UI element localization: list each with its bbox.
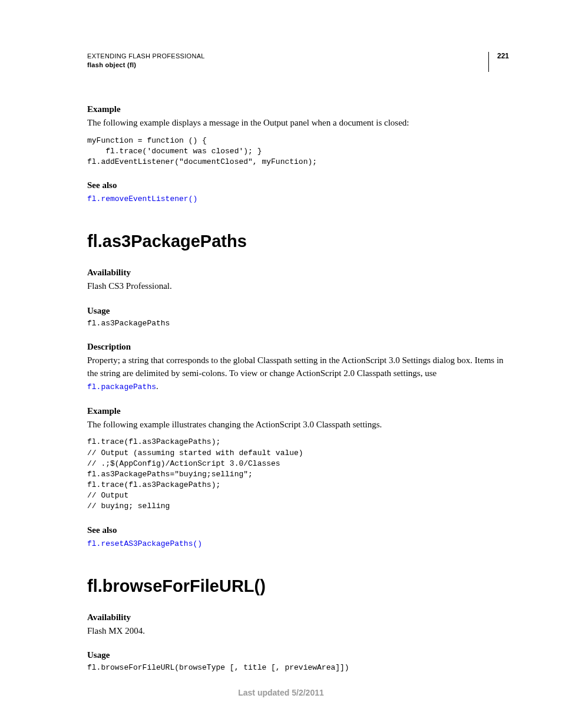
heading-example-2: Example — [87, 406, 509, 416]
heading-example: Example — [87, 104, 509, 114]
heading-description: Description — [87, 342, 509, 352]
example-block-2: Example The following example illustrate… — [87, 406, 509, 512]
footer-updated: Last updated 5/2/2011 — [0, 688, 562, 697]
api-heading-browseforfileurl: fl.browseForFileURL() — [87, 577, 509, 596]
availability-text: Flash CS3 Professional. — [87, 280, 509, 293]
page: EXTENDING FLASH PROFESSIONAL flash objec… — [0, 0, 562, 728]
usage-block: Usage fl.as3PackagePaths — [87, 306, 509, 329]
code-sample-2: fl.trace(fl.as3PackagePaths); // Output … — [87, 437, 509, 512]
page-number: 221 — [488, 52, 509, 72]
usage-block-3: Usage fl.browseForFileURL(browseType [, … — [87, 650, 509, 673]
api-heading-as3packagepaths: fl.as3PackagePaths — [87, 232, 509, 251]
page-header: EXTENDING FLASH PROFESSIONAL flash objec… — [87, 52, 509, 72]
see-also-block: See also fl.removeEventListener() — [87, 180, 509, 203]
heading-availability-3: Availability — [87, 612, 509, 622]
link-resetas3packagepaths[interactable]: fl.resetAS3PackagePaths() — [87, 539, 202, 548]
desc-part-a: Property; a string that corresponds to t… — [87, 355, 504, 378]
see-also-block-2: See also fl.resetAS3PackagePaths() — [87, 525, 509, 548]
availability-block: Availability Flash CS3 Professional. — [87, 268, 509, 293]
availability-block-3: Availability Flash MX 2004. — [87, 612, 509, 638]
usage-code: fl.as3PackagePaths — [87, 318, 509, 329]
availability-text-3: Flash MX 2004. — [87, 625, 509, 638]
heading-usage: Usage — [87, 306, 509, 316]
example-description: The following example displays a message… — [87, 117, 509, 130]
heading-usage-3: Usage — [87, 650, 509, 660]
example-block: Example The following example displays a… — [87, 104, 509, 167]
doc-title: EXTENDING FLASH PROFESSIONAL — [87, 52, 205, 61]
desc-part-b: . — [156, 381, 158, 391]
example-description-2: The following example illustrates changi… — [87, 419, 509, 431]
code-sample: myFunction = function () { fl.trace('doc… — [87, 136, 509, 168]
link-removeeventlistener[interactable]: fl.removeEventListener() — [87, 195, 197, 203]
usage-code-3: fl.browseForFileURL(browseType [, title … — [87, 663, 509, 673]
description-text: Property; a string that corresponds to t… — [87, 354, 509, 393]
header-left: EXTENDING FLASH PROFESSIONAL flash objec… — [87, 52, 205, 70]
heading-availability: Availability — [87, 268, 509, 278]
heading-see-also-2: See also — [87, 525, 509, 535]
link-packagepaths[interactable]: fl.packagePaths — [87, 383, 156, 391]
description-block: Description Property; a string that corr… — [87, 342, 509, 393]
heading-see-also: See also — [87, 180, 509, 190]
doc-section: flash object (fl) — [87, 61, 205, 70]
